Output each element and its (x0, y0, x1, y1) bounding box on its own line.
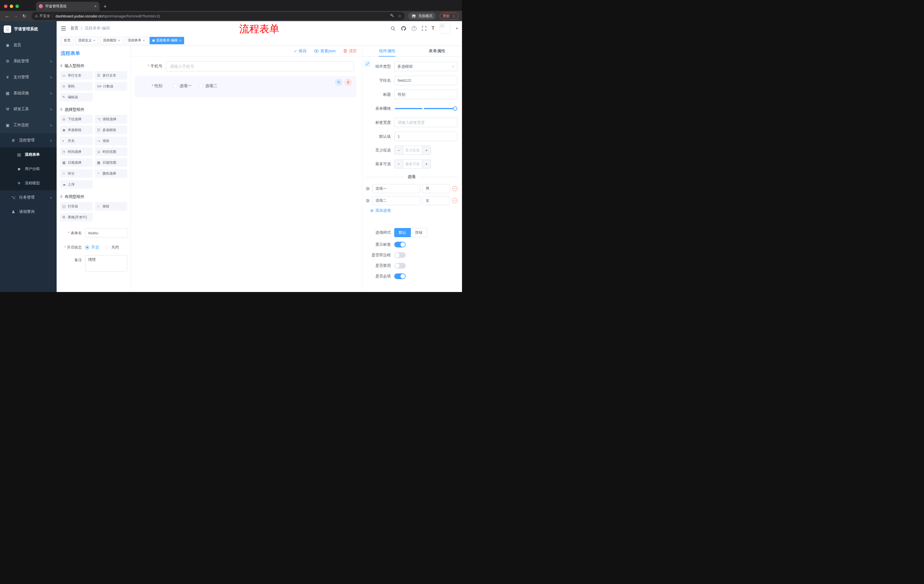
decrease-button[interactable]: − (394, 146, 403, 155)
sidebar-item-system-management[interactable]: ⚙ 系统管理 ∨ (0, 53, 57, 69)
palette-item-upload[interactable]: ☁上传 (60, 180, 92, 189)
palette-item-date-picker[interactable]: ▦日期选择 (60, 158, 92, 167)
sidebar-item-home[interactable]: ◉ 首页 (0, 37, 57, 53)
minimize-window-button[interactable] (10, 5, 13, 8)
palette-item-time-range[interactable]: ◶时间范围 (95, 147, 127, 156)
sidebar-item-process-form[interactable]: ▤ 流程表单 (0, 147, 57, 162)
palette-item-table[interactable]: ⊞表格[开发中] (60, 213, 92, 221)
url-text[interactable]: dashboard.yudao.iocoder.cn/bpm/manager/f… (56, 14, 390, 18)
gender-option-2[interactable]: 选项二 (199, 84, 217, 89)
hamburger-icon[interactable] (61, 26, 66, 31)
sidebar-item-payment-management[interactable]: ¥ 支付管理 ∨ (0, 69, 57, 85)
palette-item-password[interactable]: ⊙密码 (60, 82, 92, 90)
form-grid-slider[interactable] (395, 108, 455, 109)
field-binding-button[interactable] (364, 61, 371, 67)
palette-item-rate[interactable]: ☆评分 (60, 169, 92, 178)
remove-option-button[interactable]: − (452, 186, 457, 191)
view-json-button[interactable]: 查看json (314, 49, 336, 54)
checkbox-icon[interactable] (199, 84, 203, 88)
font-size-icon[interactable]: T (432, 26, 434, 31)
decrease-button[interactable]: − (394, 160, 403, 168)
sidebar-item-infrastructure[interactable]: ▦ 基础设施 ∨ (0, 85, 57, 101)
breadcrumb-home[interactable]: 首页 (70, 26, 78, 31)
sidebar-item-process-model[interactable]: ✈ 流程模型 (0, 176, 57, 190)
palette-item-slider[interactable]: ─●滑块 (95, 137, 127, 145)
palette-item-editor[interactable]: ✎编辑器 (60, 93, 92, 102)
palette-item-multi-line-text[interactable]: ☰多行文本 (95, 71, 127, 80)
required-toggle[interactable] (394, 273, 406, 279)
max-select-value[interactable]: 最多可选 (403, 160, 422, 168)
palette-item-radio-group[interactable]: ◉单选框组 (60, 126, 92, 134)
maximize-window-button[interactable] (15, 5, 19, 8)
tag-process-definition[interactable]: 流程定义 × (75, 37, 98, 44)
forward-icon[interactable]: → (12, 13, 20, 18)
help-icon[interactable]: ? (412, 26, 417, 31)
tag-close-icon[interactable]: × (93, 38, 96, 43)
palette-item-color-picker[interactable]: ◔颜色选择 (95, 169, 127, 178)
option-label-input[interactable] (372, 184, 420, 193)
component-type-select[interactable]: 多选框组 ∨ (394, 62, 457, 71)
increase-button[interactable]: + (422, 146, 431, 155)
field-name-input[interactable] (394, 76, 457, 85)
show-label-toggle[interactable] (394, 242, 406, 247)
bookmark-star-icon[interactable]: ☆ (398, 14, 401, 18)
slider-handle[interactable] (453, 106, 457, 110)
palette-item-button[interactable]: ☝按钮 (95, 202, 127, 211)
reload-icon[interactable]: ↻ (21, 13, 28, 19)
sidebar-item-workflow[interactable]: ▣ 工作流程 ∧ (0, 117, 57, 133)
tag-close-icon[interactable]: × (179, 38, 182, 43)
sidebar-item-user-group[interactable]: ☻ 用户分组 (0, 162, 57, 176)
browser-update-button[interactable]: 更新 ⋮ (440, 13, 459, 20)
drag-handle-icon[interactable] (366, 199, 370, 203)
new-tab-button[interactable]: + (104, 3, 107, 10)
duplicate-field-button[interactable] (335, 79, 342, 86)
palette-item-counter[interactable]: 123计数器 (95, 82, 127, 90)
status-radio-on[interactable]: 开启 (85, 245, 99, 250)
add-option-button[interactable]: ⊕ 添加选项 (370, 208, 457, 213)
search-icon[interactable] (391, 26, 395, 31)
form-name-input[interactable] (85, 228, 128, 237)
palette-item-date-range[interactable]: ▩日期范围 (95, 158, 127, 167)
github-icon[interactable] (401, 26, 406, 31)
palette-item-row-container[interactable]: ◫行容器 (60, 202, 92, 211)
status-radio-off[interactable]: 关闭 (105, 245, 119, 250)
avatar-caret-icon[interactable]: ▾ (456, 26, 458, 30)
disabled-toggle[interactable] (394, 263, 406, 268)
back-icon[interactable]: ← (3, 13, 11, 18)
browser-menu-icon[interactable]: ⋮ (452, 14, 456, 18)
sidebar-item-process-management[interactable]: ≣ 流程管理 ∧ (0, 133, 57, 147)
increase-button[interactable]: + (422, 160, 431, 168)
phone-input[interactable] (166, 61, 354, 71)
save-button[interactable]: ✓ 保存 (294, 49, 307, 54)
option-label-input[interactable] (372, 196, 420, 205)
sidebar-item-dev-tools[interactable]: ⚒ 研发工具 ∨ (0, 101, 57, 117)
default-value-input[interactable] (394, 132, 457, 141)
tag-process-model[interactable]: 流程模型 × (100, 37, 123, 44)
min-select-value[interactable]: 至少应选 (403, 146, 422, 155)
palette-item-checkbox-group[interactable]: ☑多选框组 (95, 126, 127, 134)
tab-close-icon[interactable]: × (94, 4, 97, 8)
palette-item-switch[interactable]: ◐开关 (60, 137, 92, 145)
checkbox-icon[interactable] (173, 84, 177, 88)
password-key-icon[interactable] (390, 13, 394, 19)
title-input[interactable] (394, 90, 457, 99)
drag-handle-icon[interactable] (366, 187, 370, 191)
tag-process-form[interactable]: 流程表单 × (125, 37, 148, 44)
remove-option-button[interactable]: − (452, 198, 457, 203)
tag-close-icon[interactable]: × (143, 38, 145, 43)
tag-process-form-edit[interactable]: 流程表单-编辑 × (150, 37, 185, 44)
clear-button[interactable]: 清空 (343, 49, 357, 54)
option-value-input[interactable] (422, 184, 450, 193)
palette-item-single-line-text[interactable]: ▭单行文本 (60, 71, 92, 80)
avatar[interactable] (440, 23, 450, 33)
browser-tab[interactable]: 芋道管理系统 × (36, 2, 99, 11)
canvas-field-gender-selected[interactable]: 性别 选项一 选项二 (135, 76, 356, 97)
palette-item-select[interactable]: ◎下拉选择 (60, 115, 92, 123)
address-bar[interactable]: ⚠ 不安全 dashboard.yudao.iocoder.cn/bpm/man… (31, 12, 405, 20)
tab-form-props[interactable]: 表单属性 (412, 46, 462, 56)
security-warning-icon[interactable]: ⚠ (35, 14, 38, 18)
tag-home[interactable]: 首页 (61, 37, 73, 44)
gender-option-1[interactable]: 选项一 (173, 84, 191, 89)
tab-component-props[interactable]: 组件属性 (362, 46, 412, 56)
style-default-button[interactable]: 默认 (394, 228, 411, 237)
